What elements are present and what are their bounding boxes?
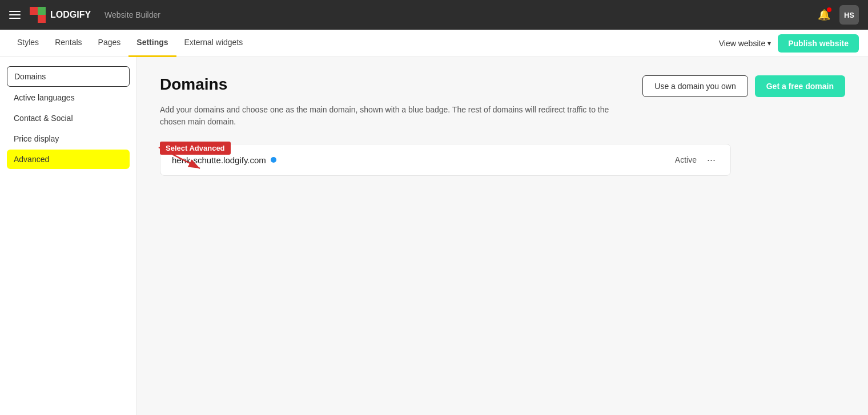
logo: LODGIFY [30, 7, 91, 23]
use-domain-button[interactable]: Use a domain you own [642, 75, 748, 97]
tab-external-widgets[interactable]: External widgets [176, 30, 251, 57]
view-website-link[interactable]: View website ▾ [712, 39, 778, 48]
publish-website-button[interactable]: Publish website [778, 34, 859, 53]
svg-rect-2 [9, 18, 21, 19]
get-free-domain-button[interactable]: Get a free domain [755, 75, 845, 97]
tab-styles[interactable]: Styles [9, 30, 47, 57]
svg-rect-0 [9, 11, 21, 12]
topbar: LODGIFY Website Builder 🔔 HS [0, 0, 868, 30]
notification-dot [827, 7, 831, 12]
logo-icon [30, 7, 46, 23]
content-actions: Use a domain you own Get a free domain [642, 75, 845, 97]
svg-rect-4 [38, 15, 46, 23]
svg-rect-5 [38, 7, 46, 15]
tab-rentals[interactable]: Rentals [47, 30, 90, 57]
domain-active-dot [271, 157, 276, 163]
product-label: Website Builder [105, 10, 160, 19]
svg-rect-1 [9, 14, 21, 15]
sidebar-item-advanced[interactable]: Advanced [7, 150, 130, 169]
domain-name: henk-schutte.lodgify.com [172, 155, 675, 165]
sidebar-item-contact-social[interactable]: Contact & Social [7, 108, 130, 128]
domain-row: henk-schutte.lodgify.com Active ··· [160, 144, 731, 176]
sidebar-item-domains[interactable]: Domains [7, 66, 130, 87]
svg-rect-3 [30, 7, 38, 15]
content-description: Add your domains and choose one as the m… [160, 104, 628, 128]
main-layout: Domains Active languages Contact & Socia… [0, 57, 868, 415]
tab-pages[interactable]: Pages [90, 30, 129, 57]
notification-bell[interactable]: 🔔 [818, 9, 830, 21]
sidebar-item-price-display[interactable]: Price display [7, 129, 130, 148]
chevron-down-icon: ▾ [767, 39, 771, 47]
sidebar-item-active-languages[interactable]: Active languages [7, 88, 130, 107]
menu-icon[interactable] [9, 9, 21, 21]
domain-status-badge: Active [675, 155, 697, 164]
subnav: Styles Rentals Pages Settings External w… [0, 30, 868, 57]
logo-text: LODGIFY [50, 10, 91, 20]
sidebar: Domains Active languages Contact & Socia… [0, 57, 137, 415]
tab-settings[interactable]: Settings [128, 30, 176, 57]
page-title: Domains [160, 75, 227, 94]
content-header: Domains Use a domain you own Get a free … [160, 75, 845, 97]
user-avatar[interactable]: HS [839, 5, 859, 25]
domain-more-options[interactable]: ··· [704, 152, 719, 168]
content-area: Select Advanced Domains Use a domain you… [137, 57, 868, 415]
